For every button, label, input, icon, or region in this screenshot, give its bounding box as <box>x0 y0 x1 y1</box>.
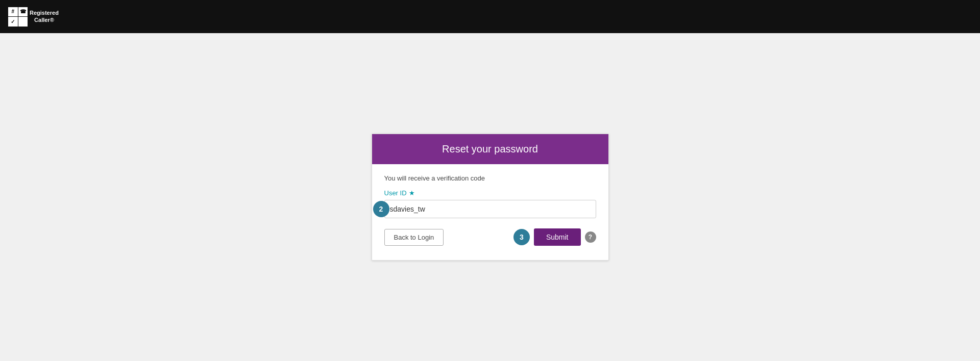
user-id-label: User ID ★ <box>384 189 596 197</box>
logo-text: Registered Caller® <box>30 10 59 23</box>
logo-cell-phone: ☎ <box>18 7 28 17</box>
submit-area: 3 Submit ? <box>513 228 596 246</box>
help-icon[interactable]: ? <box>585 231 596 243</box>
card-header: Reset your password <box>372 134 608 164</box>
logo-cell-empty <box>18 17 28 27</box>
step-3-badge: 3 <box>513 229 530 245</box>
logo-icons: # ☎ ✓ <box>8 7 28 27</box>
actions-row: Back to Login 3 Submit ? <box>384 228 596 246</box>
card-title: Reset your password <box>382 143 598 155</box>
main-content: Reset your password You will receive a v… <box>0 33 980 361</box>
navbar: # ☎ ✓ Registered Caller® <box>0 0 980 33</box>
logo-cell-hash: # <box>8 7 18 17</box>
submit-button[interactable]: Submit <box>534 228 581 246</box>
user-id-input-row: 2 <box>384 200 596 218</box>
user-id-input[interactable] <box>384 200 596 218</box>
user-id-label-text: User ID <box>384 189 407 197</box>
back-to-login-button[interactable]: Back to Login <box>384 229 444 246</box>
reset-password-card: Reset your password You will receive a v… <box>372 134 609 261</box>
logo: # ☎ ✓ Registered Caller® <box>8 7 59 27</box>
description-text: You will receive a verification code <box>384 174 596 182</box>
step-2-badge: 2 <box>373 201 389 217</box>
card-body: You will receive a verification code Use… <box>372 164 608 260</box>
logo-cell-check: ✓ <box>8 17 18 27</box>
required-star: ★ <box>409 189 415 197</box>
